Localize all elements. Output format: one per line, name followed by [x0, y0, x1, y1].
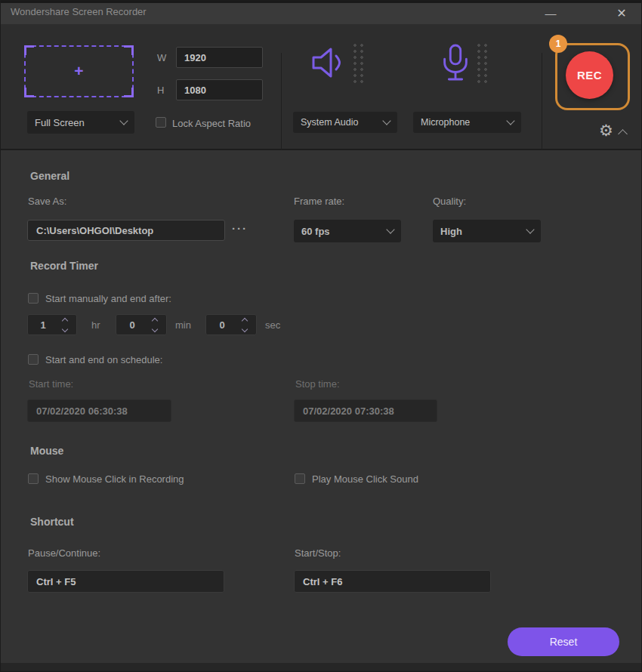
stepper-down-icon[interactable]: [242, 325, 248, 331]
frame-rate-label: Frame rate:: [294, 196, 344, 207]
corner-bracket: [24, 88, 34, 97]
close-button[interactable]: ✕: [609, 3, 634, 23]
schedule-checkbox[interactable]: [28, 354, 39, 365]
system-audio-value: System Audio: [301, 117, 384, 128]
reset-label: Reset: [550, 636, 578, 648]
start-time-label: Start time:: [29, 378, 73, 390]
capture-region-selector[interactable]: +: [24, 45, 134, 97]
rec-label: REC: [577, 69, 602, 82]
stop-time-input[interactable]: 07/02/2020 07:30:38: [294, 399, 437, 422]
stepper-down-icon[interactable]: [62, 325, 68, 331]
corner-bracket: [24, 45, 34, 55]
capture-mode-value: Full Screen: [35, 117, 121, 128]
system-audio-level-meter: [353, 44, 366, 85]
seconds-stepper[interactable]: 0: [205, 314, 257, 335]
save-as-input[interactable]: C:\Users\OHGOI\Desktop: [27, 220, 225, 241]
minimize-button[interactable]: —: [538, 3, 563, 23]
mouse-header: Mouse: [30, 445, 63, 457]
system-audio-dropdown[interactable]: System Audio: [293, 112, 397, 133]
start-time-input[interactable]: 07/02/2020 06:30:38: [27, 399, 171, 422]
play-click-sound-checkbox[interactable]: [295, 473, 305, 484]
plus-icon: +: [74, 62, 83, 80]
stop-time-value: 07/02/2020 07:30:38: [303, 405, 394, 417]
stop-time-label: Stop time:: [295, 378, 340, 390]
window-bottom-edge: [0, 663, 642, 672]
stepper-down-icon[interactable]: [152, 325, 158, 331]
play-click-sound-label[interactable]: Play Mouse Click Sound: [312, 473, 418, 485]
hr-unit-label: hr: [91, 319, 100, 331]
record-timer-header: Record Timer: [30, 260, 98, 272]
recorder-toolbar: + W 1920 H 1080 Full Screen Lock Aspect …: [0, 24, 642, 150]
chevron-down-icon: [526, 225, 534, 233]
speaker-icon: [308, 44, 349, 82]
sec-unit-label: sec: [265, 319, 280, 331]
chevron-up-icon[interactable]: [618, 129, 628, 139]
manual-end-checkbox[interactable]: [28, 293, 39, 304]
show-mouse-click-checkbox[interactable]: [28, 473, 39, 484]
start-stop-input[interactable]: Ctrl + F6: [294, 570, 491, 593]
chevron-down-icon: [382, 116, 390, 125]
close-icon: ✕: [616, 6, 626, 20]
gear-icon[interactable]: ⚙: [599, 122, 613, 138]
min-unit-label: min: [175, 319, 191, 331]
stepper-up-icon[interactable]: [62, 317, 68, 323]
minutes-value: 0: [116, 319, 148, 331]
capture-mode-dropdown[interactable]: Full Screen: [27, 111, 134, 134]
corner-bracket: [124, 88, 134, 97]
lock-aspect-checkbox[interactable]: [156, 117, 166, 128]
microphone-icon: [438, 42, 473, 83]
start-stop-label: Start/Stop:: [295, 547, 341, 559]
quality-label: Quality:: [433, 196, 466, 207]
height-label: H: [157, 85, 164, 96]
show-mouse-click-label[interactable]: Show Mouse Click in Recording: [45, 473, 184, 485]
quality-value: High: [440, 226, 527, 237]
stepper-up-icon[interactable]: [242, 317, 248, 323]
stepper-up-icon[interactable]: [152, 317, 158, 323]
chevron-down-icon: [119, 116, 128, 125]
minutes-stepper[interactable]: 0: [116, 314, 167, 335]
seconds-value: 0: [206, 319, 238, 331]
quality-dropdown[interactable]: High: [433, 220, 541, 242]
frame-rate-value: 60 fps: [301, 226, 387, 237]
hours-stepper[interactable]: 1: [27, 314, 77, 335]
width-label: W: [157, 52, 166, 63]
schedule-label[interactable]: Start and end on schedule:: [45, 354, 162, 365]
manual-end-label[interactable]: Start manually and end after:: [45, 293, 171, 304]
minimize-icon: —: [545, 7, 557, 20]
lock-aspect-label[interactable]: Lock Aspect Ratio: [172, 118, 251, 129]
height-value: 1080: [184, 85, 206, 96]
save-as-label: Save As:: [28, 196, 66, 207]
reset-button[interactable]: Reset: [508, 627, 619, 656]
badge-number: 1: [556, 39, 561, 49]
window-title: Wondershare Screen Recorder: [11, 6, 147, 17]
title-bar: Wondershare Screen Recorder — ✕: [0, 0, 642, 24]
shortcut-header: Shortcut: [30, 516, 74, 528]
height-input[interactable]: 1080: [176, 79, 263, 100]
pause-continue-input[interactable]: Ctrl + F5: [27, 570, 224, 593]
hours-value: 1: [28, 319, 58, 331]
save-as-value: C:\Users\OHGOI\Desktop: [36, 225, 153, 236]
general-header: General: [30, 170, 69, 182]
start-stop-value: Ctrl + F6: [303, 576, 342, 587]
browse-button[interactable]: ···: [232, 222, 248, 235]
width-value: 1920: [184, 52, 206, 63]
microphone-level-meter: [477, 44, 490, 85]
step-1-badge: 1: [549, 35, 567, 53]
chevron-down-icon: [506, 116, 514, 125]
start-time-value: 07/02/2020 06:30:38: [36, 405, 128, 417]
pause-continue-label: Pause/Continue:: [28, 547, 100, 559]
corner-bracket: [124, 45, 134, 55]
frame-rate-dropdown[interactable]: 60 fps: [294, 220, 401, 242]
rec-button[interactable]: REC: [566, 51, 613, 99]
chevron-down-icon: [386, 225, 394, 233]
pause-continue-value: Ctrl + F5: [36, 576, 76, 587]
width-input[interactable]: 1920: [176, 47, 263, 68]
settings-panel: General Save As: C:\Users\OHGOI\Desktop …: [0, 150, 642, 663]
microphone-dropdown[interactable]: Microphone: [413, 112, 521, 133]
microphone-value: Microphone: [421, 117, 508, 128]
